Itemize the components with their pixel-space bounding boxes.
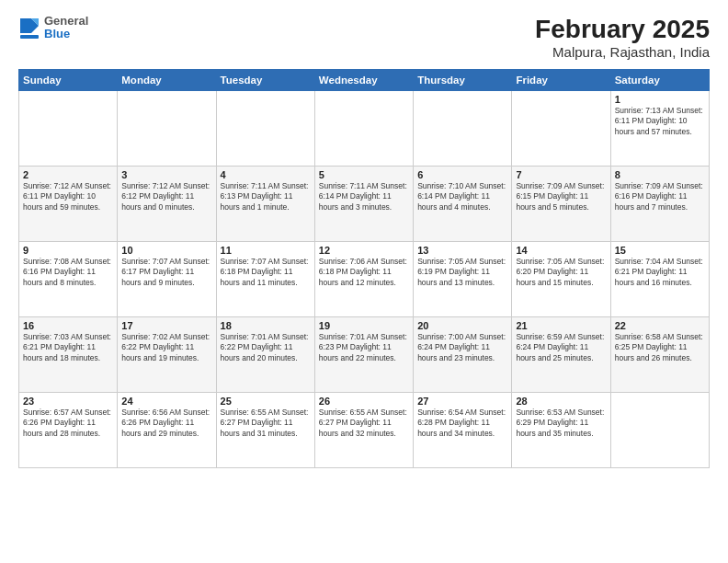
calendar-cell: 28Sunrise: 6:53 AM Sunset: 6:29 PM Dayli… (512, 393, 610, 468)
calendar-cell: 7Sunrise: 7:09 AM Sunset: 6:15 PM Daylig… (512, 167, 610, 242)
day-info: Sunrise: 6:53 AM Sunset: 6:29 PM Dayligh… (516, 408, 606, 439)
day-info: Sunrise: 7:00 AM Sunset: 6:24 PM Dayligh… (417, 332, 507, 363)
day-number: 4 (221, 169, 311, 180)
calendar-cell: 13Sunrise: 7:05 AM Sunset: 6:19 PM Dayli… (414, 242, 512, 317)
day-number: 23 (23, 396, 113, 407)
calendar-cell: 4Sunrise: 7:11 AM Sunset: 6:13 PM Daylig… (216, 167, 314, 242)
day-number: 10 (121, 245, 211, 256)
calendar-cell (314, 91, 413, 167)
day-number: 26 (319, 396, 409, 407)
calendar-cell: 22Sunrise: 6:58 AM Sunset: 6:25 PM Dayli… (610, 317, 709, 393)
day-info: Sunrise: 7:12 AM Sunset: 6:11 PM Dayligh… (23, 181, 113, 213)
day-number: 17 (121, 320, 211, 331)
weekday-friday: Friday (512, 70, 610, 91)
day-number: 21 (516, 320, 606, 331)
day-info: Sunrise: 7:01 AM Sunset: 6:22 PM Dayligh… (221, 332, 311, 363)
day-info: Sunrise: 7:06 AM Sunset: 6:18 PM Dayligh… (319, 257, 409, 288)
day-number: 28 (516, 396, 606, 407)
weekday-wednesday: Wednesday (314, 70, 413, 91)
week-row-1: 1Sunrise: 7:13 AM Sunset: 6:11 PM Daylig… (19, 91, 710, 167)
calendar-cell (512, 91, 610, 167)
day-info: Sunrise: 7:07 AM Sunset: 6:17 PM Dayligh… (121, 257, 211, 288)
calendar-cell (610, 393, 709, 468)
weekday-header-row: SundayMondayTuesdayWednesdayThursdayFrid… (19, 70, 710, 91)
calendar-cell: 11Sunrise: 7:07 AM Sunset: 6:18 PM Dayli… (216, 242, 314, 317)
day-info: Sunrise: 6:59 AM Sunset: 6:24 PM Dayligh… (516, 332, 606, 363)
svg-rect-0 (20, 35, 39, 39)
day-info: Sunrise: 7:09 AM Sunset: 6:15 PM Dayligh… (516, 181, 606, 213)
calendar-cell: 19Sunrise: 7:01 AM Sunset: 6:23 PM Dayli… (314, 317, 413, 393)
calendar-title: February 2025 (535, 15, 710, 44)
day-number: 1 (615, 94, 705, 105)
day-number: 18 (221, 320, 311, 331)
calendar-table: SundayMondayTuesdayWednesdayThursdayFrid… (18, 69, 710, 468)
day-info: Sunrise: 7:10 AM Sunset: 6:14 PM Dayligh… (417, 181, 507, 213)
day-info: Sunrise: 7:07 AM Sunset: 6:18 PM Dayligh… (221, 257, 311, 288)
day-number: 25 (221, 396, 311, 407)
logo: General Blue (18, 15, 88, 41)
day-info: Sunrise: 7:11 AM Sunset: 6:13 PM Dayligh… (221, 181, 311, 213)
day-info: Sunrise: 7:05 AM Sunset: 6:19 PM Dayligh… (417, 257, 507, 288)
calendar-cell: 3Sunrise: 7:12 AM Sunset: 6:12 PM Daylig… (118, 167, 216, 242)
day-info: Sunrise: 6:55 AM Sunset: 6:27 PM Dayligh… (221, 408, 311, 439)
week-row-2: 2Sunrise: 7:12 AM Sunset: 6:11 PM Daylig… (19, 167, 710, 242)
logo-general: General (44, 15, 88, 28)
day-number: 2 (23, 169, 113, 180)
day-info: Sunrise: 7:02 AM Sunset: 6:22 PM Dayligh… (121, 332, 211, 363)
header: General Blue February 2025 Malpura, Raja… (18, 15, 710, 60)
day-info: Sunrise: 6:58 AM Sunset: 6:25 PM Dayligh… (615, 332, 705, 363)
day-number: 16 (23, 320, 113, 331)
day-info: Sunrise: 7:09 AM Sunset: 6:16 PM Dayligh… (615, 181, 705, 213)
calendar-cell: 9Sunrise: 7:08 AM Sunset: 6:16 PM Daylig… (19, 242, 118, 317)
week-row-5: 23Sunrise: 6:57 AM Sunset: 6:26 PM Dayli… (19, 393, 710, 468)
day-info: Sunrise: 7:01 AM Sunset: 6:23 PM Dayligh… (319, 332, 409, 363)
day-info: Sunrise: 6:54 AM Sunset: 6:28 PM Dayligh… (417, 408, 507, 439)
day-info: Sunrise: 7:11 AM Sunset: 6:14 PM Dayligh… (319, 181, 409, 213)
day-number: 6 (417, 169, 507, 180)
logo-blue: Blue (44, 28, 88, 40)
calendar-cell (216, 91, 314, 167)
calendar-cell: 6Sunrise: 7:10 AM Sunset: 6:14 PM Daylig… (414, 167, 512, 242)
day-number: 13 (417, 245, 507, 256)
calendar-cell: 12Sunrise: 7:06 AM Sunset: 6:18 PM Dayli… (314, 242, 413, 317)
day-number: 3 (121, 169, 211, 180)
calendar-cell: 1Sunrise: 7:13 AM Sunset: 6:11 PM Daylig… (610, 91, 709, 167)
day-number: 7 (516, 169, 606, 180)
day-info: Sunrise: 7:05 AM Sunset: 6:20 PM Dayligh… (516, 257, 606, 288)
calendar-cell: 16Sunrise: 7:03 AM Sunset: 6:21 PM Dayli… (19, 317, 118, 393)
calendar-cell: 20Sunrise: 7:00 AM Sunset: 6:24 PM Dayli… (414, 317, 512, 393)
calendar-cell: 18Sunrise: 7:01 AM Sunset: 6:22 PM Dayli… (216, 317, 314, 393)
day-number: 27 (417, 396, 507, 407)
weekday-saturday: Saturday (610, 70, 709, 91)
day-number: 5 (319, 169, 409, 180)
day-number: 8 (615, 169, 705, 180)
weekday-tuesday: Tuesday (216, 70, 314, 91)
calendar-cell: 15Sunrise: 7:04 AM Sunset: 6:21 PM Dayli… (610, 242, 709, 317)
day-number: 12 (319, 245, 409, 256)
calendar-cell: 10Sunrise: 7:07 AM Sunset: 6:17 PM Dayli… (118, 242, 216, 317)
calendar-cell (118, 91, 216, 167)
day-number: 24 (121, 396, 211, 407)
page: General Blue February 2025 Malpura, Raja… (0, 0, 728, 563)
weekday-monday: Monday (118, 70, 216, 91)
calendar-cell: 24Sunrise: 6:56 AM Sunset: 6:26 PM Dayli… (118, 393, 216, 468)
day-info: Sunrise: 6:57 AM Sunset: 6:26 PM Dayligh… (23, 408, 113, 439)
logo-text: General Blue (44, 15, 88, 41)
calendar-cell: 17Sunrise: 7:02 AM Sunset: 6:22 PM Dayli… (118, 317, 216, 393)
week-row-3: 9Sunrise: 7:08 AM Sunset: 6:16 PM Daylig… (19, 242, 710, 317)
day-info: Sunrise: 7:04 AM Sunset: 6:21 PM Dayligh… (615, 257, 705, 288)
day-info: Sunrise: 6:55 AM Sunset: 6:27 PM Dayligh… (319, 408, 409, 439)
calendar-cell: 8Sunrise: 7:09 AM Sunset: 6:16 PM Daylig… (610, 167, 709, 242)
weekday-sunday: Sunday (19, 70, 118, 91)
day-info: Sunrise: 7:08 AM Sunset: 6:16 PM Dayligh… (23, 257, 113, 288)
calendar-cell: 25Sunrise: 6:55 AM Sunset: 6:27 PM Dayli… (216, 393, 314, 468)
day-info: Sunrise: 7:12 AM Sunset: 6:12 PM Dayligh… (121, 181, 211, 213)
calendar-cell: 23Sunrise: 6:57 AM Sunset: 6:26 PM Dayli… (19, 393, 118, 468)
calendar-cell: 26Sunrise: 6:55 AM Sunset: 6:27 PM Dayli… (314, 393, 413, 468)
day-number: 20 (417, 320, 507, 331)
calendar-cell: 21Sunrise: 6:59 AM Sunset: 6:24 PM Dayli… (512, 317, 610, 393)
day-info: Sunrise: 6:56 AM Sunset: 6:26 PM Dayligh… (121, 408, 211, 439)
day-number: 19 (319, 320, 409, 331)
calendar-cell (19, 91, 118, 167)
calendar-subtitle: Malpura, Rajasthan, India (535, 44, 710, 60)
